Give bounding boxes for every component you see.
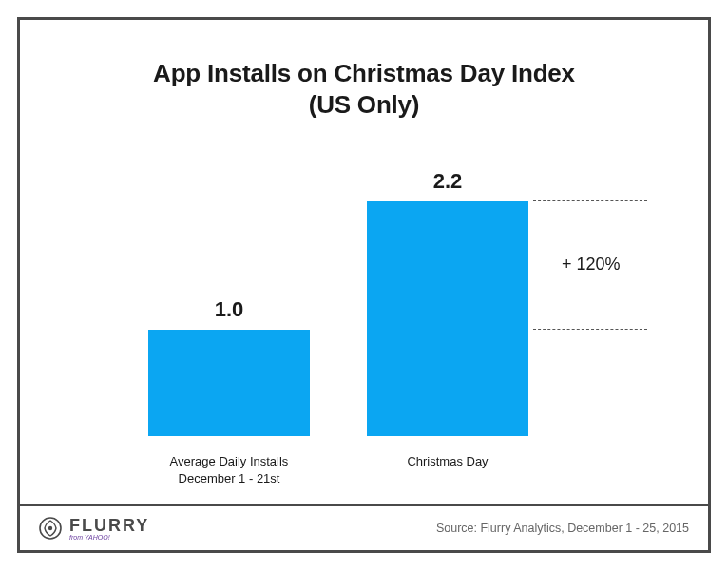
flurry-logo-icon — [39, 517, 62, 540]
bar-category-label: Christmas Day — [353, 453, 543, 470]
chart-frame: App Installs on Christmas Day Index (US … — [17, 17, 711, 553]
percent-annotation: + 120% — [96, 181, 670, 436]
plot-area: 1.0Average Daily InstallsDecember 1 - 21… — [96, 181, 670, 436]
svg-point-1 — [48, 526, 52, 530]
bar-category-label: Average Daily InstallsDecember 1 - 21st — [134, 453, 324, 486]
brand: FLURRY from YAHOO! — [39, 516, 149, 541]
annotation-dash-top — [533, 200, 647, 201]
title-line-1: App Installs on Christmas Day Index — [20, 58, 708, 89]
title-line-2: (US Only) — [20, 89, 708, 121]
brand-text-col: FLURRY from YAHOO! — [69, 516, 149, 541]
footer: FLURRY from YAHOO! Source: Flurry Analyt… — [20, 504, 708, 550]
annotation-dash-bottom — [533, 329, 647, 330]
brand-name: FLURRY — [69, 516, 149, 536]
chart-title: App Installs on Christmas Day Index (US … — [20, 58, 708, 120]
annotation-text: + 120% — [562, 255, 621, 275]
source-text: Source: Flurry Analytics, December 1 - 2… — [436, 522, 689, 535]
brand-byline: from YAHOO! — [69, 534, 110, 541]
